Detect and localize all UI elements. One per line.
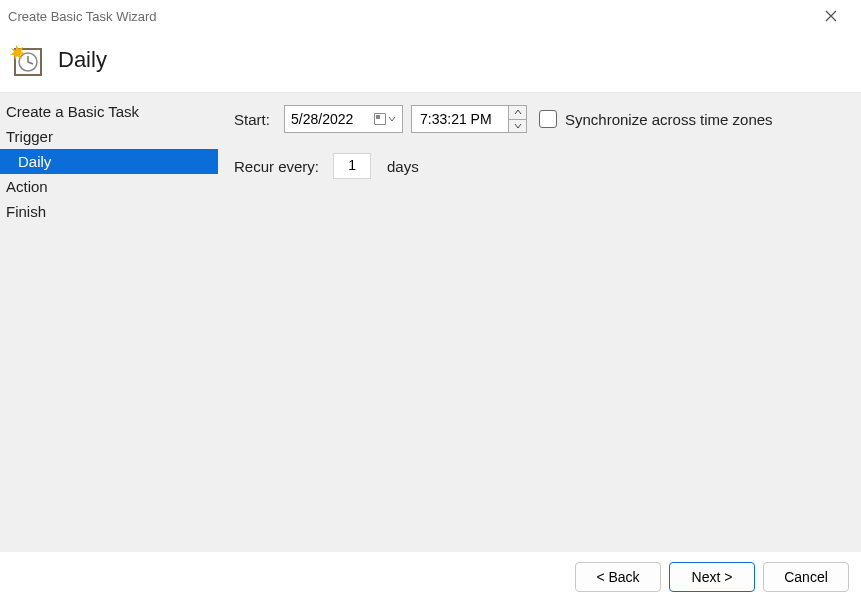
- start-label: Start:: [234, 111, 276, 128]
- footer-buttons: < Back Next > Cancel: [575, 562, 849, 592]
- close-icon: [825, 10, 837, 22]
- cancel-button[interactable]: Cancel: [763, 562, 849, 592]
- sidebar-step-1[interactable]: Trigger: [0, 124, 218, 149]
- close-button[interactable]: [811, 2, 851, 30]
- start-row: Start: 5/28/2022 7:33:21 PM: [234, 105, 845, 133]
- content-area: Create a Basic TaskTriggerDailyActionFin…: [0, 92, 861, 552]
- time-spinner: [508, 106, 526, 132]
- header: Daily: [0, 32, 861, 92]
- sync-timezones-label: Synchronize across time zones: [565, 111, 773, 128]
- time-spin-down[interactable]: [509, 120, 526, 133]
- start-time-picker[interactable]: 7:33:21 PM: [411, 105, 527, 133]
- start-date-value: 5/28/2022: [291, 111, 353, 127]
- recur-row: Recur every: 1 days: [234, 153, 845, 179]
- page-title: Daily: [58, 47, 107, 73]
- sidebar-step-2[interactable]: Daily: [0, 149, 218, 174]
- sidebar-step-3[interactable]: Action: [0, 174, 218, 199]
- sidebar-step-4[interactable]: Finish: [0, 199, 218, 224]
- main-panel: Start: 5/28/2022 7:33:21 PM: [218, 93, 861, 552]
- start-date-picker[interactable]: 5/28/2022: [284, 105, 403, 133]
- back-button[interactable]: < Back: [575, 562, 661, 592]
- window-title: Create Basic Task Wizard: [8, 9, 157, 24]
- wizard-steps-sidebar: Create a Basic TaskTriggerDailyActionFin…: [0, 93, 218, 552]
- titlebar: Create Basic Task Wizard: [0, 0, 861, 32]
- recur-interval-input[interactable]: 1: [333, 153, 371, 179]
- recur-label: Recur every:: [234, 158, 319, 175]
- chevron-down-icon: [514, 123, 522, 129]
- task-clock-icon: [10, 43, 44, 77]
- sync-timezones-checkbox[interactable]: [539, 110, 557, 128]
- chevron-up-icon: [514, 109, 522, 115]
- start-time-value: 7:33:21 PM: [418, 111, 492, 127]
- next-button[interactable]: Next >: [669, 562, 755, 592]
- calendar-dropdown-icon: [374, 113, 396, 125]
- time-spin-up[interactable]: [509, 106, 526, 120]
- recur-unit-label: days: [387, 158, 419, 175]
- sidebar-step-0[interactable]: Create a Basic Task: [0, 99, 218, 124]
